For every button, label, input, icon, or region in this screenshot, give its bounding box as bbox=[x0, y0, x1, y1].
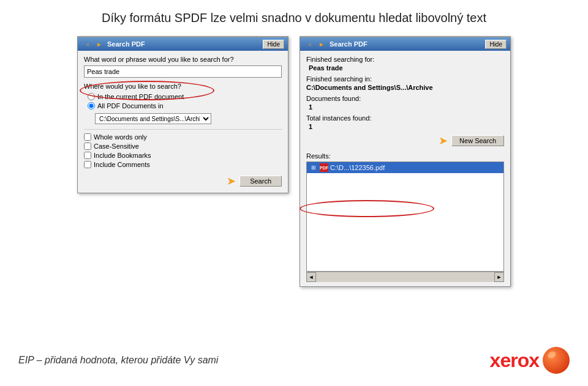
radio-current-doc: In the current PDF document bbox=[88, 93, 282, 100]
left-panel-wrapper: ◄ ► Search PDF Hide What word or phrase … bbox=[77, 36, 288, 287]
left-dialog-title: Search PDF bbox=[107, 40, 145, 48]
finished-in-value: C:\Documents and Settings\S...\Archive bbox=[306, 84, 504, 91]
result-pdf-icon: PDF bbox=[320, 163, 328, 172]
checkbox-case-input[interactable] bbox=[84, 143, 91, 150]
total-instances-label: Total instances found: bbox=[306, 114, 504, 122]
path-select[interactable]: C:\Documents and Settings\S...\Archive bbox=[95, 113, 211, 124]
right-titlebar: ◄ ► Search PDF Hide bbox=[300, 37, 510, 51]
scroll-right-arrow[interactable]: ► bbox=[494, 272, 504, 282]
results-scrollbar: ◄ ► bbox=[306, 272, 504, 281]
search-input[interactable] bbox=[84, 65, 282, 78]
left-nav-back[interactable]: ◄ bbox=[81, 39, 92, 50]
result-expand-icon: ⊞ bbox=[309, 163, 318, 172]
right-nav-forward[interactable]: ► bbox=[316, 39, 327, 50]
checkbox-group: Whole words only Case-Sensitive Include … bbox=[84, 133, 282, 168]
left-dialog-body: What word or phrase would you like to se… bbox=[78, 51, 288, 193]
checkbox-case-label: Case-Sensitive bbox=[94, 143, 139, 150]
checkbox-case-sensitive: Case-Sensitive bbox=[84, 143, 282, 150]
radio-group: In the current PDF document All PDF Docu… bbox=[88, 93, 282, 109]
radio-all-label: All PDF Documents in bbox=[97, 102, 164, 109]
new-search-row: ➤ New Search bbox=[306, 134, 504, 147]
new-search-button[interactable]: New Search bbox=[451, 135, 504, 146]
right-dialog-title: Search PDF bbox=[330, 40, 368, 48]
total-instances-value: 1 bbox=[309, 123, 504, 130]
left-nav-forward[interactable]: ► bbox=[94, 39, 105, 50]
bottom-text: EIP – přidaná hodnota, kterou přidáte Vy… bbox=[18, 355, 218, 366]
checkbox-bookmarks: Include Bookmarks bbox=[84, 152, 282, 159]
left-titlebar: ◄ ► Search PDF Hide bbox=[78, 37, 288, 51]
path-select-row: C:\Documents and Settings\S...\Archive bbox=[95, 113, 282, 124]
right-nav-arrows: ◄ ► bbox=[304, 39, 327, 50]
checkbox-whole-words: Whole words only bbox=[84, 133, 282, 141]
bottom-section: EIP – přidaná hodnota, kterou přidáte Vy… bbox=[18, 338, 570, 374]
checkbox-whole-label: Whole words only bbox=[94, 133, 147, 141]
right-dialog-body: Finished searching for: Peas trade Finis… bbox=[300, 51, 510, 286]
page-title: Díky formátu SPDF lze velmi snadno v dok… bbox=[102, 11, 486, 25]
finished-for-label: Finished searching for: bbox=[306, 56, 504, 63]
right-nav-back[interactable]: ◄ bbox=[304, 39, 315, 50]
results-list[interactable]: ⊞ PDF C:\D...\122356.pdf bbox=[306, 161, 504, 272]
checkbox-bookmarks-input[interactable] bbox=[84, 152, 91, 159]
xerox-sphere-icon bbox=[543, 347, 570, 374]
result-item-path: C:\D...\122356.pdf bbox=[330, 164, 385, 171]
left-nav-arrows: ◄ ► bbox=[81, 39, 105, 50]
radio-all-input[interactable] bbox=[88, 102, 95, 109]
search-arrow-icon: ➤ bbox=[227, 174, 236, 188]
page-container: Díky formátu SPDF lze velmi snadno v dok… bbox=[0, 0, 588, 386]
radio-all-docs: All PDF Documents in bbox=[88, 102, 282, 109]
right-dialog: ◄ ► Search PDF Hide Finished searching f… bbox=[300, 36, 511, 287]
search-btn-row: ➤ Search bbox=[84, 174, 282, 188]
xerox-logo: xerox bbox=[490, 347, 570, 374]
right-panel-wrapper: ◄ ► Search PDF Hide Finished searching f… bbox=[300, 36, 511, 287]
docs-found-value: 1 bbox=[309, 103, 504, 111]
radio-current-input[interactable] bbox=[88, 93, 95, 100]
checkbox-comments: Include Comments bbox=[84, 161, 282, 168]
scroll-left-arrow[interactable]: ◄ bbox=[306, 272, 316, 282]
checkbox-whole-input[interactable] bbox=[84, 133, 91, 141]
result-list-item[interactable]: ⊞ PDF C:\D...\122356.pdf bbox=[307, 162, 503, 173]
search-question-label: What word or phrase would you like to se… bbox=[84, 56, 282, 63]
new-search-arrow-icon: ➤ bbox=[439, 134, 448, 147]
xerox-wordmark: xerox bbox=[490, 349, 539, 372]
finished-for-value: Peas trade bbox=[309, 64, 504, 72]
scroll-track[interactable] bbox=[316, 272, 494, 282]
panels-wrapper: ◄ ► Search PDF Hide What word or phrase … bbox=[77, 36, 511, 287]
checkbox-comments-label: Include Comments bbox=[94, 161, 150, 168]
left-hide-button[interactable]: Hide bbox=[263, 40, 284, 49]
checkbox-comments-input[interactable] bbox=[84, 161, 91, 168]
left-dialog: ◄ ► Search PDF Hide What word or phrase … bbox=[77, 36, 288, 193]
finished-in-label: Finished searching in: bbox=[306, 75, 504, 83]
checkbox-bookmarks-label: Include Bookmarks bbox=[94, 152, 151, 159]
search-button[interactable]: Search bbox=[239, 176, 282, 187]
where-label: Where would you like to search? bbox=[84, 83, 282, 90]
docs-found-label: Documents found: bbox=[306, 95, 504, 102]
radio-current-label: In the current PDF document bbox=[97, 93, 184, 100]
results-label: Results: bbox=[306, 152, 504, 160]
right-hide-button[interactable]: Hide bbox=[485, 40, 507, 49]
